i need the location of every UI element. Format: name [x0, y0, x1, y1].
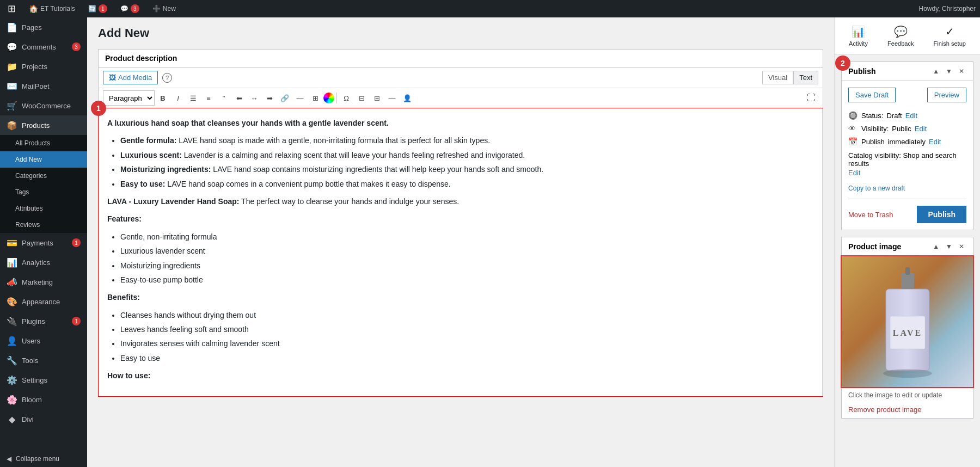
sidebar-item-add-new[interactable]: Add New: [0, 151, 87, 168]
user-greeting: Howdy, Christopher: [919, 5, 976, 13]
bullet-2: Luxurious scent: Lavender is a calming a…: [120, 149, 814, 161]
status-edit-link[interactable]: Edit: [905, 112, 917, 120]
publish-time-edit-link[interactable]: Edit: [929, 138, 941, 146]
table-button[interactable]: ⊞: [370, 91, 384, 105]
sidebar-item-tags[interactable]: Tags: [0, 184, 87, 200]
sidebar-item-analytics[interactable]: 📊 Analytics: [0, 253, 87, 272]
copy-draft-button[interactable]: Copy to a new draft: [848, 185, 905, 192]
sidebar-item-woocommerce[interactable]: 🛒 WooCommerce: [0, 96, 87, 115]
sidebar-item-projects[interactable]: 📁 Projects: [0, 57, 87, 76]
tab-text[interactable]: Text: [793, 71, 818, 84]
svg-point-6: [883, 369, 932, 378]
page-header: Add New: [98, 26, 823, 40]
paragraph-format-select[interactable]: Paragraph Heading 1 Heading 2: [103, 90, 155, 106]
tags-label: Tags: [15, 188, 29, 196]
admin-bar-left: ⊞ 🏠 ET Tutorials 🔄 1 💬 3 ➕ New: [4, 0, 917, 17]
link-button[interactable]: 🔗: [278, 91, 292, 105]
help-icon[interactable]: ?: [162, 73, 172, 83]
image-close-btn[interactable]: ✕: [957, 242, 966, 251]
editor-area: Add New Product description 🖼 Add Media …: [87, 17, 834, 467]
editor-content-area[interactable]: A luxurious hand soap that cleanses your…: [99, 108, 823, 396]
sidebar-item-comments[interactable]: 💬 Comments 3: [0, 37, 87, 57]
publish-box-controls: ▲ ▼ ✕: [930, 66, 966, 76]
visibility-value: Public: [892, 125, 911, 133]
sidebar-item-all-products[interactable]: All Products: [0, 135, 87, 151]
sidebar-item-bloom[interactable]: 🌸 Bloom: [0, 390, 87, 409]
publish-collapse-up-btn[interactable]: ▲: [930, 66, 941, 76]
finish-setup-button[interactable]: ✓ Finish setup: [927, 22, 972, 50]
categories-label: Categories: [15, 172, 47, 180]
unordered-list-button[interactable]: ☰: [186, 91, 200, 105]
sidebar-item-settings[interactable]: ⚙️ Settings: [0, 370, 87, 390]
payments-label: Payments: [22, 239, 53, 247]
sidebar-item-attributes[interactable]: Attributes: [0, 200, 87, 217]
status-label: Status:: [861, 112, 883, 120]
image-collapse-up-btn[interactable]: ▲: [930, 242, 941, 251]
insert-more-button[interactable]: —: [293, 91, 307, 105]
sidebar-item-reviews[interactable]: Reviews: [0, 217, 87, 233]
align-right-button[interactable]: ➡: [262, 91, 277, 105]
publish-collapse-down-btn[interactable]: ▼: [944, 66, 954, 76]
activity-button[interactable]: 📊 Activity: [842, 22, 874, 50]
sidebar-item-plugins[interactable]: 🔌 Plugins 1: [0, 311, 87, 331]
sidebar-item-payments[interactable]: 💳 Payments 1: [0, 233, 87, 253]
sidebar-item-users[interactable]: 👤 Users: [0, 331, 87, 351]
publish-button[interactable]: Publish: [917, 206, 966, 223]
plugins-badge: 1: [72, 317, 81, 325]
align-center-button[interactable]: ↔: [247, 91, 261, 105]
sidebar-item-divi[interactable]: ◆ Divi: [0, 409, 87, 429]
new-content-btn[interactable]: ➕ New: [149, 0, 179, 17]
sidebar-item-label: Pages: [22, 23, 42, 32]
comments-icon: 💬: [7, 41, 17, 52]
bullet-4: Easy to use: LAVE hand soap comes in a c…: [120, 178, 814, 190]
color-picker-button[interactable]: [323, 93, 334, 103]
columns-button[interactable]: ⊟: [354, 91, 369, 105]
sidebar-item-marketing[interactable]: 📣 Marketing: [0, 272, 87, 292]
feedback-label: Feedback: [887, 40, 914, 47]
feedback-button[interactable]: 💬 Feedback: [881, 22, 920, 50]
collapse-menu-btn[interactable]: ◀ Collapse menu: [0, 451, 87, 467]
site-name-btn[interactable]: 🏠 ET Tutorials: [26, 0, 78, 17]
comments-count: 3: [131, 4, 139, 13]
sidebar-item-categories[interactable]: Categories: [0, 168, 87, 184]
sidebar-item-tools[interactable]: 🔧 Tools: [0, 351, 87, 370]
mailpoet-icon: ✉️: [7, 81, 17, 91]
fullscreen-button[interactable]: ⛶: [804, 91, 818, 105]
toolbar-toggle-button[interactable]: ⊞: [308, 91, 322, 105]
italic-button[interactable]: I: [171, 91, 185, 105]
bloom-icon: 🌸: [7, 394, 17, 405]
ordered-list-button[interactable]: ≡: [201, 91, 216, 105]
admin-bar: ⊞ 🏠 ET Tutorials 🔄 1 💬 3 ➕ New Howdy, Ch…: [0, 0, 980, 17]
remove-product-image-link[interactable]: Remove product image: [842, 401, 973, 418]
products-submenu: All Products Add New Categories Tags Att…: [0, 135, 87, 233]
visibility-icon: 👁: [848, 124, 858, 133]
sidebar-item-products[interactable]: 📦 Products: [0, 115, 87, 135]
sidebar-item-appearance[interactable]: 🎨 Appearance: [0, 292, 87, 311]
sidebar-item-pages[interactable]: 📄 Pages: [0, 17, 87, 37]
move-trash-button[interactable]: Move to Trash: [848, 211, 893, 219]
product-image-container[interactable]: LAVE: [842, 256, 973, 387]
publish-close-btn[interactable]: ✕: [957, 66, 966, 76]
updates-btn[interactable]: 🔄 1: [85, 0, 111, 17]
bold-button[interactable]: B: [156, 91, 170, 105]
add-media-button[interactable]: 🖼 Add Media: [103, 71, 158, 84]
marketing-label: Marketing: [22, 278, 53, 286]
save-draft-button[interactable]: Save Draft: [848, 88, 896, 102]
preview-button[interactable]: Preview: [927, 88, 966, 102]
tools-label: Tools: [22, 357, 38, 365]
visibility-edit-link[interactable]: Edit: [915, 125, 927, 133]
hr-button[interactable]: —: [385, 91, 399, 105]
blockquote-button[interactable]: ": [217, 91, 231, 105]
bloom-label: Bloom: [22, 396, 42, 404]
align-left-button[interactable]: ⬅: [232, 91, 246, 105]
sidebar-item-mailpoet[interactable]: ✉️ MailPoet: [0, 76, 87, 96]
image-collapse-down-btn[interactable]: ▼: [944, 242, 954, 251]
comments-btn[interactable]: 💬 3: [117, 0, 143, 17]
person-button[interactable]: 👤: [400, 91, 414, 105]
special-char-button[interactable]: Ω: [339, 91, 353, 105]
features-heading: Features:: [107, 213, 814, 225]
tab-visual[interactable]: Visual: [762, 71, 793, 84]
right-panel-body: 2 Publish ▲ ▼ ✕ Save Draft Preview: [835, 55, 980, 432]
wp-logo-btn[interactable]: ⊞: [4, 0, 19, 17]
catalog-edit-link[interactable]: Edit: [848, 169, 966, 177]
